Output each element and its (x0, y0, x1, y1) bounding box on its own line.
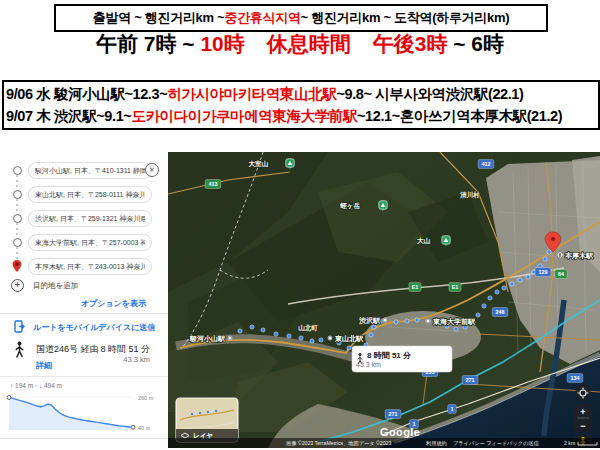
waypoint-dot-icon (13, 190, 22, 199)
time-schedule-line: 午前 7時 ~ 10時休息時間午後3時 ~ 6時 (0, 30, 600, 58)
waypoint-dot-icon (13, 214, 22, 223)
mountain-label: 大室山 (249, 160, 269, 168)
road-badge-number: 246 (495, 309, 504, 315)
legend-post: ~ 행진거리km ~ 도착역(하루거리km) (301, 9, 510, 27)
station-label: 渋沢駅 (358, 316, 381, 325)
road-badge-number: 64 (558, 271, 565, 277)
road-badge-number: 413 (208, 181, 217, 187)
terms-link[interactable]: 利用規約 (426, 440, 447, 447)
send-to-phone-icon (13, 320, 26, 333)
mountain-label: 大山 (417, 237, 431, 245)
time-rest: 休息時間 (267, 32, 351, 55)
road-badge-number: 412 (481, 161, 490, 167)
feedback-link[interactable]: フィードバックの送信 (486, 440, 540, 447)
tooltip-distance: 43.3 km (356, 361, 381, 368)
tooltip-duration: 8 時間 51 分 (367, 351, 412, 360)
road-badge-number: 1 (450, 406, 453, 412)
station-label: 東山北駅 (334, 335, 364, 343)
origin-dot-icon (13, 166, 22, 175)
elevation-chart: 260 m 40 m (5, 390, 165, 434)
send-to-device-label: ルートをモバイルデバイスに送信 (33, 322, 155, 333)
town-label: 清川村 (459, 191, 480, 199)
waypoint-connector (16, 223, 18, 235)
time-pm3: 午後3時 (373, 32, 448, 55)
road-badge-number: E1 (452, 284, 459, 290)
walking-icon (14, 341, 25, 359)
route-via-label: 国道246号 経由 (36, 343, 99, 356)
directions-panel: ✕ + 目的地を追加 オプションを表示 ルートをモバイルデバイスに送信 国道24… (0, 150, 168, 448)
divider (0, 438, 168, 439)
waypoint-input-2[interactable] (28, 186, 152, 203)
daily-schedule-box: 9/06 水 駿河小山駅~12.3~히가시야마키타역東山北駅~9.8~ 시부사와… (2, 80, 600, 130)
road-badge-number: E1 (412, 284, 419, 290)
layers-control[interactable]: レイヤ (176, 398, 238, 442)
add-destination-icon: + (11, 279, 24, 292)
waypoint-dot-icon (13, 238, 22, 247)
road-badge-number: 129 (538, 269, 547, 275)
mountain-label: 蛭ヶ岳 (339, 202, 360, 209)
divider (0, 376, 168, 377)
waypoint-input-5[interactable] (28, 258, 152, 275)
add-destination-row[interactable]: + 目的地を追加 (0, 279, 168, 295)
station-label: 駿河小山駅 (189, 335, 226, 343)
legend-pre: 출발역 ~ 행진거리km ~ (93, 9, 225, 27)
waypoint-input-4[interactable] (28, 234, 152, 251)
zoom-control[interactable]: + − (574, 404, 592, 432)
road-badge-number: 271 (465, 377, 474, 383)
waypoint-connector (16, 247, 18, 259)
route-map[interactable]: 413412E1E12461296427127111134255 大室山蛭ヶ岳大… (168, 152, 600, 448)
route-distance: 43.3 km (123, 355, 150, 364)
schedule-day2: 9/07 木 渋沢駅~9.1~도카이다이가쿠마에역東海大学前駅~12.1~혼아쓰… (6, 105, 596, 127)
close-directions-icon[interactable]: ✕ (145, 163, 159, 177)
my-location-button[interactable] (575, 385, 591, 401)
route-tooltip: 8 時間 51 分 43.3 km (352, 346, 452, 372)
station-label-honatsugi: 本厚木駅 (564, 251, 594, 260)
map-attribution: 画像 ©2023 TerraMetrics、地図データ ©2023 (286, 440, 391, 446)
time-am: 午前 7時 ~ (96, 32, 200, 55)
show-options-link[interactable]: オプションを表示 (81, 298, 146, 309)
town-label: 山北町 (298, 324, 318, 332)
waypoint-input-3[interactable] (28, 210, 152, 227)
destination-pin-icon (11, 259, 23, 273)
schedule-day1: 9/06 水 駿河小山駅~12.3~히가시야마키타역東山北駅~9.8~ 시부사와… (6, 83, 596, 105)
route-details-link[interactable]: 詳細 (36, 360, 52, 371)
time-6: ~ 6時 (447, 32, 504, 55)
add-destination-label: 目的地を追加 (33, 281, 78, 291)
time-10: 10時 (200, 32, 244, 55)
elevation-summary: ↑ 194 m · ↓ 494 m (10, 382, 62, 389)
road-badge-number: 134 (570, 375, 580, 381)
zoom-out-button[interactable]: − (580, 421, 585, 431)
google-logo[interactable]: Google (380, 426, 420, 438)
send-to-device-row[interactable]: ルートをモバイルデバイスに送信 (0, 320, 168, 336)
waypoint-connector (16, 199, 18, 211)
waypoint-connector (16, 175, 18, 187)
privacy-link[interactable]: プライバシー (453, 440, 485, 446)
scale-label: 2 km (564, 440, 575, 446)
waypoint-input-1[interactable] (28, 162, 152, 179)
elevation-max-label: 260 m (138, 395, 154, 401)
legend-rest-area: 중간휴식지역 (224, 9, 300, 27)
divider (0, 313, 168, 314)
legend-box: 출발역 ~ 행진거리km ~ 중간휴식지역 ~ 행진거리km ~ 도착역(하루거… (54, 4, 548, 32)
elevation-min-label: 40 m (138, 425, 151, 431)
zoom-in-button[interactable]: + (580, 407, 585, 417)
road-badge-number: 271 (388, 411, 397, 417)
station-label: 東海大学前駅 (432, 318, 476, 326)
